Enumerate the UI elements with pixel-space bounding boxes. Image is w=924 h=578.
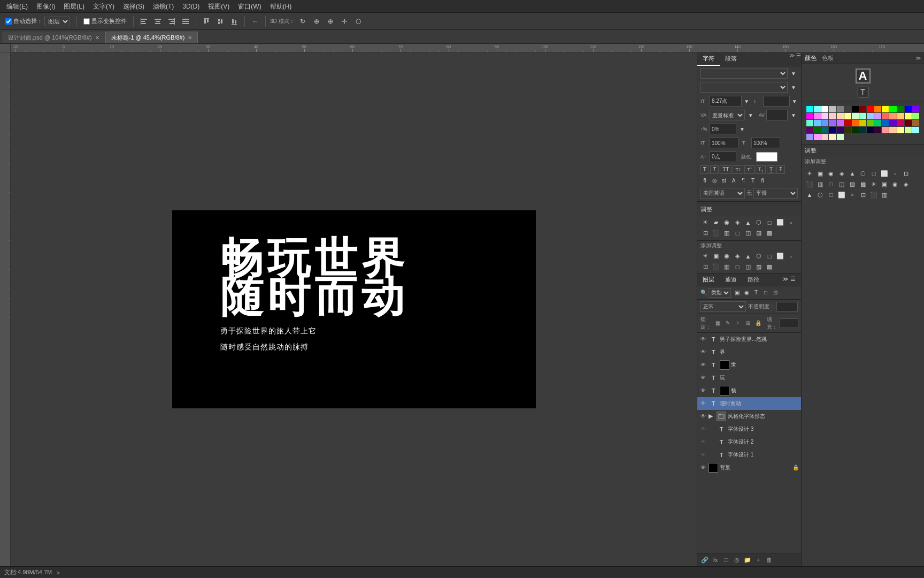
swatch-cell[interactable] <box>814 120 821 126</box>
menu-view[interactable]: 视图(V) <box>204 0 234 13</box>
swatch-cell[interactable] <box>814 113 821 119</box>
size-arrow[interactable]: ▼ <box>743 97 750 105</box>
menu-text[interactable]: 文字(Y) <box>89 0 119 13</box>
adj2-tri[interactable]: ▲ <box>805 190 814 200</box>
tab-0[interactable]: 设计封面.psd @ 104%(RGB/8#) ✕ <box>2 32 105 43</box>
swatch-cell[interactable] <box>897 106 904 112</box>
hscale-input[interactable] <box>751 138 780 148</box>
lock-transparent-btn[interactable]: ▦ <box>713 319 722 328</box>
auto-select-checkbox[interactable]: 自动选择： 图层 <box>3 16 72 27</box>
swatch-cell[interactable] <box>852 106 859 112</box>
swatch-cell[interactable] <box>852 113 859 119</box>
swatch-cell[interactable] <box>814 106 821 112</box>
swatch-cell[interactable] <box>912 127 919 133</box>
swatch-cell[interactable] <box>829 120 836 126</box>
threshold-icon[interactable]: ◫ <box>743 229 753 238</box>
valign-bottom-btn[interactable] <box>228 16 240 27</box>
contextual-icon[interactable]: ¶ <box>739 177 748 185</box>
auto-select-input[interactable] <box>5 18 12 25</box>
transform-checkbox[interactable] <box>83 18 90 25</box>
titling-icon[interactable]: A <box>729 177 738 185</box>
swatches-tab[interactable]: 色板 <box>822 54 834 62</box>
posterize-icon[interactable]: □ <box>733 229 742 238</box>
layer-eye-1[interactable]: 👁 <box>699 348 707 356</box>
ordinal-icon[interactable]: T <box>749 177 757 185</box>
layer-item-2[interactable]: 👁 T 世 <box>697 359 801 371</box>
swatch-cell[interactable] <box>905 113 912 119</box>
menu-image[interactable]: 图像(I) <box>32 0 59 13</box>
swatch-cell[interactable] <box>905 106 912 112</box>
layer-eye-7[interactable]: 👁 <box>699 425 707 433</box>
swatch-cell[interactable] <box>844 113 851 119</box>
blend-mode-select[interactable]: 正常 <box>700 301 746 312</box>
layer-item-0[interactable]: 👁 T 男子探险世界...然跳 <box>697 333 801 346</box>
valign-middle-btn[interactable] <box>214 16 226 27</box>
swatch-cell[interactable] <box>897 113 904 119</box>
swatch-cell[interactable] <box>874 113 881 119</box>
color-tab[interactable]: 颜色 <box>805 54 817 62</box>
layer-eye-6[interactable]: 👁 <box>699 413 707 420</box>
swatch-cell[interactable] <box>882 106 889 112</box>
add-group-btn[interactable]: 📁 <box>743 556 752 564</box>
3d-move-btn[interactable]: ✛ <box>338 16 350 27</box>
add-icon-8[interactable]: ⬜ <box>775 252 785 261</box>
style-allcaps-btn[interactable]: TT <box>720 165 732 174</box>
swatch-cell[interactable] <box>905 120 912 126</box>
adj2-sq[interactable]: □ <box>826 190 836 200</box>
tab-character[interactable]: 字符 <box>697 52 720 66</box>
swatch-cell[interactable] <box>837 113 844 119</box>
add-icon-14[interactable]: ◫ <box>743 262 753 272</box>
align-center-btn[interactable] <box>152 16 164 27</box>
adj2-sqw[interactable]: ⬜ <box>837 190 846 200</box>
add-icon-12[interactable]: ▥ <box>722 262 732 272</box>
scale-input[interactable] <box>710 124 736 134</box>
adj-dbl[interactable]: ⊡ <box>901 169 911 178</box>
swatch-cell[interactable] <box>829 127 836 133</box>
filter-adjust-btn[interactable]: ◉ <box>742 288 751 297</box>
swatch-cell[interactable] <box>859 120 866 126</box>
panel-expand-btn[interactable]: ≫ ☰ <box>789 52 801 66</box>
vibrance-icon[interactable]: ▲ <box>743 218 753 227</box>
kerning-input[interactable] <box>766 110 788 120</box>
add-icon-2[interactable]: ▣ <box>711 252 721 261</box>
fraction-icon[interactable]: fi <box>758 177 767 185</box>
tab-1[interactable]: 未标题-1 @ 45.4%(RGB/8#) ✕ <box>105 32 198 43</box>
adj-circle[interactable]: ◉ <box>826 169 836 178</box>
layer-eye-9[interactable]: 👁 <box>699 451 707 459</box>
hsl-icon[interactable]: ⬡ <box>754 218 764 227</box>
channel-mixer-icon[interactable]: ⊡ <box>700 229 710 238</box>
font-size-input[interactable] <box>710 96 742 107</box>
swatch-cell[interactable] <box>837 120 844 126</box>
adj-blk[interactable]: ⬛ <box>805 179 814 189</box>
menu-select[interactable]: 选择(S) <box>119 0 149 13</box>
add-icon-7[interactable]: □ <box>765 252 774 261</box>
adj2-hex[interactable]: ⬡ <box>815 190 825 200</box>
add-icon-13[interactable]: □ <box>733 262 742 272</box>
statusbar-arrow[interactable]: > <box>56 569 59 576</box>
aa-method-select[interactable]: 平滑 <box>753 188 798 199</box>
swatch-cell[interactable] <box>882 127 889 133</box>
color-lookup-icon[interactable]: ⬛ <box>711 229 721 238</box>
color-panel-expand[interactable]: ≫ <box>915 55 921 61</box>
adj-hatch[interactable]: ▥ <box>815 179 825 189</box>
swatch-cell[interactable] <box>821 134 828 140</box>
style-smallcaps-btn[interactable]: TT <box>733 165 743 174</box>
add-icon-15[interactable]: ▨ <box>754 262 764 272</box>
3d-scale-btn[interactable]: ⬡ <box>352 16 364 27</box>
filter-shape-btn[interactable]: □ <box>761 288 770 297</box>
swatch-cell[interactable] <box>806 134 813 140</box>
swatch-cell[interactable] <box>806 113 813 119</box>
layer-eye-0[interactable]: 👁 <box>699 336 707 343</box>
swatch-cell[interactable] <box>859 113 866 119</box>
bw-icon[interactable]: ⬜ <box>775 218 785 227</box>
tab-1-close[interactable]: ✕ <box>188 35 192 41</box>
swatch-cell[interactable] <box>867 120 874 126</box>
adj-diamond[interactable]: ◈ <box>837 169 846 178</box>
baseline-input[interactable] <box>710 151 736 162</box>
adj-grid[interactable]: ▣ <box>815 169 825 178</box>
adj2-circle[interactable]: ◉ <box>890 179 900 189</box>
menu-edit[interactable]: 编辑(E) <box>2 0 32 13</box>
font-style-select[interactable] <box>700 82 788 93</box>
swatch-cell[interactable] <box>905 127 912 133</box>
add-icon-3[interactable]: ◉ <box>722 252 732 261</box>
